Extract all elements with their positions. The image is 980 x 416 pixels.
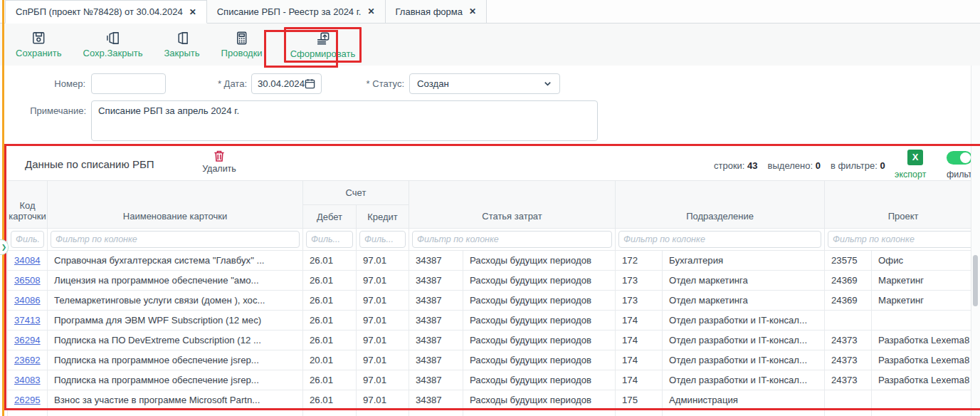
col-header-department[interactable]: Подразделение: [616, 181, 825, 229]
project-code-cell: 24373: [825, 331, 872, 350]
export-label[interactable]: экспорт: [895, 170, 926, 180]
date-field[interactable]: 30.04.2024: [251, 73, 322, 94]
tab-main-form[interactable]: Главная форма ✕: [386, 0, 487, 23]
save-button[interactable]: Сохранить: [16, 31, 62, 58]
department-name-cell: Отдел маркетинга: [663, 271, 825, 291]
close-icon[interactable]: ✕: [189, 7, 196, 17]
project-name-cell: Разработка Lexema8: [872, 350, 980, 370]
cost-item-name-cell: Расходы будущих периодов: [463, 390, 616, 410]
department-code-cell: 174: [616, 311, 663, 331]
filter-input-debit[interactable]: [306, 231, 353, 248]
table-row[interactable]: 26295 Взнос за участие в программе Micro…: [8, 390, 980, 410]
number-input[interactable]: [92, 74, 165, 93]
postings-button-label: Проводки: [221, 48, 263, 58]
department-code-cell: 173: [616, 271, 663, 291]
card-name-cell: Телемаркетинговые услуги связи (домен ),…: [48, 291, 303, 311]
card-code-link[interactable]: 37413: [14, 315, 41, 326]
project-name-cell: [872, 311, 980, 331]
chevron-down-icon: [543, 79, 552, 88]
project-name-cell: Маркетинг: [872, 271, 980, 291]
card-code-link[interactable]: 23692: [14, 355, 41, 365]
filter-input-card-name[interactable]: [51, 231, 300, 248]
debit-cell: 26.01: [303, 390, 357, 410]
generate-button[interactable]: Сформировать: [284, 27, 362, 63]
card-code-link[interactable]: 26295: [14, 395, 41, 405]
trash-icon: [214, 150, 225, 162]
col-header-card-name[interactable]: Наименование карточки: [48, 181, 303, 229]
selected-count-value: 0: [816, 160, 821, 171]
debit-cell: 26.01: [303, 331, 357, 350]
filter-input-project[interactable]: [828, 231, 979, 248]
debit-cell: 26.01: [303, 271, 357, 291]
note-textarea[interactable]: Списание РБП за апрель 2024 г.: [91, 100, 598, 141]
cost-item-name-cell: Расходы будущих периодов: [463, 291, 616, 311]
delete-button[interactable]: Удалить: [197, 150, 241, 174]
col-header-cost-item[interactable]: Статья затрат: [409, 181, 616, 229]
col-header-project[interactable]: Проект: [825, 181, 980, 229]
filter-input-department[interactable]: [618, 231, 821, 248]
date-value: 30.04.2024: [258, 78, 305, 89]
rows-count-label: строки:: [714, 160, 744, 171]
table-row[interactable]: 34083 Подписка на программное обеспечени…: [8, 370, 980, 390]
scrollbar-track: [971, 66, 980, 416]
filtered-count-value: 0: [880, 160, 885, 171]
table-row[interactable]: 36508 Лицензия на программное обеспечени…: [8, 271, 980, 291]
status-label: * Статус:: [334, 78, 404, 89]
col-header-debit[interactable]: Дебет: [303, 205, 357, 229]
close-icon[interactable]: ✕: [367, 6, 374, 16]
department-name-cell: Отдел разработки и IT-консал...: [663, 311, 825, 331]
tab-sprbp-document[interactable]: СпРБП (проект №78428) от 30.04.2024 ✕: [5, 0, 207, 24]
tab-registry[interactable]: Списание РБП - Реестр за 2024 г. ✕: [207, 0, 386, 23]
col-header-credit[interactable]: Кредит: [357, 205, 409, 229]
department-name-cell: Отдел разработки и IT-консал...: [663, 370, 825, 390]
credit-cell: 97.01: [357, 251, 409, 271]
cost-item-code-cell: 34387: [409, 311, 463, 331]
postings-button[interactable]: Проводки: [221, 31, 263, 58]
selected-count-label: выделено:: [768, 160, 813, 171]
debit-cell: 26.01: [303, 311, 357, 331]
filter-input-card-code[interactable]: [11, 231, 44, 248]
number-field[interactable]: [91, 73, 166, 94]
generate-button-label: Сформировать: [290, 48, 356, 59]
close-button[interactable]: Закрыть: [164, 31, 200, 58]
table-row[interactable]: 36294 Подписка на ПО DevExtreme Cubscrip…: [8, 331, 980, 350]
project-name-cell: [872, 390, 980, 410]
filter-input-cost-item[interactable]: [412, 231, 612, 248]
filter-input-credit[interactable]: [359, 231, 406, 248]
left-accent-stripe: [2, 0, 4, 416]
save-close-button[interactable]: Сохр.Закрыть: [83, 31, 143, 58]
table-row[interactable]: 34084 Справочная бухгалтерская система "…: [8, 251, 980, 271]
rbp-data-grid: Код карточки Наименование карточки Счет …: [7, 180, 980, 416]
scrollbar-thumb[interactable]: [973, 255, 978, 306]
table-row[interactable]: 23692 Подписка на программное обеспечени…: [8, 350, 980, 370]
cost-item-name-cell: Расходы будущих периодов: [463, 271, 616, 291]
card-code-link[interactable]: 34086: [14, 295, 41, 306]
table-row[interactable]: 34086 Телемаркетинговые услуги связи (до…: [8, 291, 980, 311]
project-name-cell: Маркетинг: [872, 291, 980, 311]
filter-toggle[interactable]: [947, 151, 972, 165]
department-code-cell: 172: [616, 251, 663, 271]
save-close-button-label: Сохр.Закрыть: [83, 48, 143, 58]
card-code-link[interactable]: 36294: [14, 335, 41, 345]
close-icon[interactable]: ✕: [469, 6, 476, 16]
status-value: Создан: [417, 78, 449, 89]
col-header-card-code[interactable]: Код карточки: [8, 181, 48, 229]
cost-item-code-cell: 34387: [409, 370, 463, 390]
panel-title: Данные по списанию РБП: [25, 158, 154, 170]
card-code-link[interactable]: 36508: [14, 275, 41, 286]
cost-item-code-cell: 34387: [409, 331, 463, 350]
cost-item-name-cell: Расходы будущих периодов: [463, 331, 616, 350]
project-code-cell: 24373: [825, 350, 872, 370]
department-code-cell: 174: [616, 370, 663, 390]
project-code-cell: 24369: [825, 291, 872, 311]
card-code-link[interactable]: 34083: [14, 375, 41, 385]
project-code-cell: 23575: [825, 251, 872, 271]
rows-count-value: 43: [747, 160, 757, 171]
excel-export-icon[interactable]: X: [907, 150, 923, 165]
department-code-cell: 174: [616, 331, 663, 350]
close-button-label: Закрыть: [164, 48, 200, 58]
status-select[interactable]: Создан: [409, 73, 560, 94]
card-code-link[interactable]: 34084: [14, 255, 41, 266]
table-row[interactable]: 37413 Программа для ЭВМ WPF Subscription…: [8, 311, 980, 331]
calendar-icon[interactable]: [305, 78, 315, 89]
